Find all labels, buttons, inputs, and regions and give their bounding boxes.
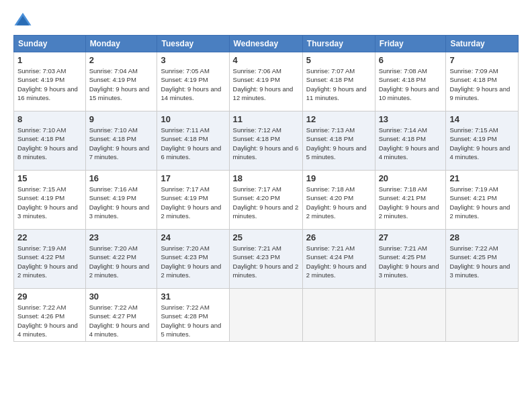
logo-icon [13, 11, 32, 30]
day-info: Sunrise: 7:20 AM Sunset: 4:22 PM Dayligh… [89, 244, 154, 279]
day-info: Sunrise: 7:15 AM Sunset: 4:19 PM Dayligh… [17, 185, 82, 220]
day-number: 9 [89, 114, 154, 124]
calendar-cell: 15 Sunrise: 7:15 AM Sunset: 4:19 PM Dayl… [14, 171, 86, 230]
day-number: 25 [233, 232, 299, 242]
day-info: Sunrise: 7:18 AM Sunset: 4:21 PM Dayligh… [379, 185, 443, 220]
day-info: Sunrise: 7:07 AM Sunset: 4:18 PM Dayligh… [306, 66, 371, 102]
day-number: 26 [306, 232, 371, 242]
header-day-thursday: Thursday [302, 36, 375, 52]
calendar-cell [302, 289, 375, 342]
logo [13, 11, 35, 30]
calendar-cell: 14 Sunrise: 7:15 AM Sunset: 4:19 PM Dayl… [446, 111, 519, 171]
calendar-cell [375, 289, 446, 342]
calendar-cell: 12 Sunrise: 7:13 AM Sunset: 4:18 PM Dayl… [302, 111, 375, 171]
day-number: 30 [89, 291, 154, 302]
day-info: Sunrise: 7:19 AM Sunset: 4:22 PM Dayligh… [17, 244, 82, 279]
day-number: 10 [161, 114, 225, 124]
day-number: 13 [379, 114, 443, 124]
day-number: 23 [89, 232, 154, 242]
calendar-cell: 29 Sunrise: 7:22 AM Sunset: 4:26 PM Dayl… [14, 289, 86, 342]
day-number: 21 [449, 173, 515, 183]
calendar-cell: 28 Sunrise: 7:22 AM Sunset: 4:25 PM Dayl… [446, 230, 519, 289]
day-number: 20 [379, 173, 443, 183]
day-number: 7 [449, 55, 515, 65]
day-info: Sunrise: 7:16 AM Sunset: 4:19 PM Dayligh… [89, 185, 154, 220]
day-number: 27 [379, 232, 443, 242]
calendar-cell: 21 Sunrise: 7:19 AM Sunset: 4:21 PM Dayl… [446, 171, 519, 230]
day-info: Sunrise: 7:03 AM Sunset: 4:19 PM Dayligh… [17, 66, 82, 102]
calendar-cell: 19 Sunrise: 7:18 AM Sunset: 4:20 PM Dayl… [302, 171, 375, 230]
day-number: 17 [161, 173, 225, 183]
header-day-sunday: Sunday [14, 36, 86, 52]
calendar-cell: 1 Sunrise: 7:03 AM Sunset: 4:19 PM Dayli… [14, 52, 86, 111]
calendar-cell: 3 Sunrise: 7:05 AM Sunset: 4:19 PM Dayli… [157, 52, 229, 111]
calendar-cell: 8 Sunrise: 7:10 AM Sunset: 4:18 PM Dayli… [14, 111, 86, 171]
week-row-2: 8 Sunrise: 7:10 AM Sunset: 4:18 PM Dayli… [14, 111, 519, 171]
day-info: Sunrise: 7:10 AM Sunset: 4:18 PM Dayligh… [17, 126, 82, 161]
day-info: Sunrise: 7:06 AM Sunset: 4:19 PM Dayligh… [233, 66, 299, 102]
calendar-cell [446, 289, 519, 342]
calendar-cell: 10 Sunrise: 7:11 AM Sunset: 4:18 PM Dayl… [157, 111, 229, 171]
day-number: 22 [17, 232, 82, 242]
calendar-header-row: SundayMondayTuesdayWednesdayThursdayFrid… [14, 36, 519, 52]
calendar-cell: 16 Sunrise: 7:16 AM Sunset: 4:19 PM Dayl… [85, 171, 157, 230]
day-number: 31 [161, 291, 225, 302]
day-number: 2 [89, 55, 154, 65]
week-row-4: 22 Sunrise: 7:19 AM Sunset: 4:22 PM Dayl… [14, 230, 519, 289]
day-number: 4 [233, 55, 299, 65]
day-number: 6 [379, 55, 443, 65]
page: SundayMondayTuesdayWednesdayThursdayFrid… [0, 0, 532, 411]
day-info: Sunrise: 7:21 AM Sunset: 4:24 PM Dayligh… [306, 244, 371, 279]
calendar-cell: 17 Sunrise: 7:17 AM Sunset: 4:19 PM Dayl… [157, 171, 229, 230]
day-info: Sunrise: 7:22 AM Sunset: 4:26 PM Dayligh… [17, 303, 82, 338]
header-day-friday: Friday [375, 36, 446, 52]
day-info: Sunrise: 7:17 AM Sunset: 4:20 PM Dayligh… [233, 185, 299, 220]
day-info: Sunrise: 7:17 AM Sunset: 4:19 PM Dayligh… [161, 185, 225, 220]
calendar-cell: 4 Sunrise: 7:06 AM Sunset: 4:19 PM Dayli… [229, 52, 302, 111]
day-number: 19 [306, 173, 371, 183]
calendar-cell: 25 Sunrise: 7:21 AM Sunset: 4:23 PM Dayl… [229, 230, 302, 289]
day-info: Sunrise: 7:10 AM Sunset: 4:18 PM Dayligh… [89, 126, 154, 161]
day-info: Sunrise: 7:22 AM Sunset: 4:25 PM Dayligh… [449, 244, 515, 279]
day-info: Sunrise: 7:21 AM Sunset: 4:25 PM Dayligh… [379, 244, 443, 279]
day-info: Sunrise: 7:22 AM Sunset: 4:27 PM Dayligh… [89, 303, 154, 338]
day-info: Sunrise: 7:08 AM Sunset: 4:18 PM Dayligh… [379, 66, 443, 102]
day-info: Sunrise: 7:11 AM Sunset: 4:18 PM Dayligh… [161, 126, 225, 161]
day-info: Sunrise: 7:04 AM Sunset: 4:19 PM Dayligh… [89, 66, 154, 102]
calendar-cell: 6 Sunrise: 7:08 AM Sunset: 4:18 PM Dayli… [375, 52, 446, 111]
day-number: 8 [17, 114, 82, 124]
calendar: SundayMondayTuesdayWednesdayThursdayFrid… [13, 35, 519, 342]
calendar-cell: 5 Sunrise: 7:07 AM Sunset: 4:18 PM Dayli… [302, 52, 375, 111]
day-info: Sunrise: 7:13 AM Sunset: 4:18 PM Dayligh… [306, 126, 371, 161]
day-number: 1 [17, 55, 82, 65]
calendar-cell: 24 Sunrise: 7:20 AM Sunset: 4:23 PM Dayl… [157, 230, 229, 289]
header [13, 11, 519, 30]
day-info: Sunrise: 7:09 AM Sunset: 4:18 PM Dayligh… [449, 66, 515, 102]
day-info: Sunrise: 7:21 AM Sunset: 4:23 PM Dayligh… [233, 244, 299, 279]
calendar-cell: 26 Sunrise: 7:21 AM Sunset: 4:24 PM Dayl… [302, 230, 375, 289]
day-number: 5 [306, 55, 371, 65]
day-info: Sunrise: 7:12 AM Sunset: 4:18 PM Dayligh… [233, 126, 299, 161]
day-number: 12 [306, 114, 371, 124]
day-number: 24 [161, 232, 225, 242]
calendar-cell: 23 Sunrise: 7:20 AM Sunset: 4:22 PM Dayl… [85, 230, 157, 289]
header-day-monday: Monday [85, 36, 157, 52]
calendar-cell: 22 Sunrise: 7:19 AM Sunset: 4:22 PM Dayl… [14, 230, 86, 289]
day-number: 28 [449, 232, 515, 242]
calendar-cell: 13 Sunrise: 7:14 AM Sunset: 4:18 PM Dayl… [375, 111, 446, 171]
calendar-cell: 7 Sunrise: 7:09 AM Sunset: 4:18 PM Dayli… [446, 52, 519, 111]
header-day-saturday: Saturday [446, 36, 519, 52]
calendar-cell [229, 289, 302, 342]
calendar-cell: 11 Sunrise: 7:12 AM Sunset: 4:18 PM Dayl… [229, 111, 302, 171]
calendar-cell: 9 Sunrise: 7:10 AM Sunset: 4:18 PM Dayli… [85, 111, 157, 171]
day-number: 16 [89, 173, 154, 183]
day-number: 14 [449, 114, 515, 124]
day-info: Sunrise: 7:15 AM Sunset: 4:19 PM Dayligh… [449, 126, 515, 161]
day-number: 15 [17, 173, 82, 183]
header-day-tuesday: Tuesday [157, 36, 229, 52]
calendar-cell: 30 Sunrise: 7:22 AM Sunset: 4:27 PM Dayl… [85, 289, 157, 342]
week-row-5: 29 Sunrise: 7:22 AM Sunset: 4:26 PM Dayl… [14, 289, 519, 342]
day-number: 18 [233, 173, 299, 183]
calendar-cell: 2 Sunrise: 7:04 AM Sunset: 4:19 PM Dayli… [85, 52, 157, 111]
calendar-cell: 20 Sunrise: 7:18 AM Sunset: 4:21 PM Dayl… [375, 171, 446, 230]
